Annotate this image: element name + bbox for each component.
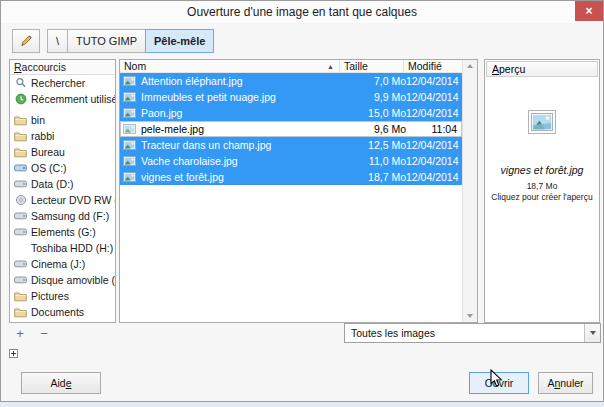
sidebar-item-toshiba-hdd-h[interactable]: Toshiba HDD (H:) [10,240,115,256]
search-icon [14,77,27,90]
column-header-size[interactable]: Taille [340,60,404,72]
file-modified: 12/04/2014 [406,91,462,103]
file-size: 15,0 Mo [360,107,406,119]
sidebar-item-disque-amovible-k[interactable]: Disque amovible (K:) [10,272,115,288]
file-name: Paon.jpg [141,107,360,119]
preview-hint: Cliquez pour créer l'aperçu [485,192,599,202]
close-button[interactable]: × [575,1,603,21]
image-file-icon [123,156,136,166]
help-button[interactable]: Aide [21,372,101,394]
file-name: pele-mele.jpg [141,123,360,135]
file-name: Tracteur dans un champ.jpg [141,139,360,151]
scroll-down-icon[interactable] [467,314,473,318]
file-row[interactable]: Tracteur dans un champ.jpg12,5 Mo12/04/2… [120,137,462,153]
pencil-icon [19,33,34,50]
file-row[interactable]: Immeubles et petit nuage.jpg9,9 Mo12/04/… [120,89,462,105]
dvd-icon [14,194,27,207]
image-thumbnail-icon [528,110,556,134]
remove-place-button[interactable]: − [37,326,51,340]
file-size: 11,0 Mo [360,155,406,167]
titlebar[interactable]: Ouverture d'une image en tant que calque… [1,1,603,23]
image-file-icon [123,108,136,118]
sidebar-item-pictures[interactable]: Pictures [10,288,115,304]
file-type-filter-select[interactable]: Toutes les images [344,323,601,343]
select-file-type-expander[interactable] [9,349,24,358]
folder-icon [14,146,27,159]
file-modified: 12/04/2014 [406,107,462,119]
file-modified: 12/04/2014 [406,75,462,87]
drive-icon [14,258,27,271]
chevron-down-icon [590,331,596,335]
scroll-up-icon[interactable] [467,64,473,68]
column-header-modified[interactable]: Modifié [404,60,462,72]
file-name: Immeubles et petit nuage.jpg [141,91,360,103]
folder-icon [14,290,27,303]
sidebar-item-label: Data (D:) [31,178,74,190]
file-row[interactable]: Attention éléphant.jpg7,0 Mo12/04/2014 [120,73,462,89]
drive-icon [14,226,27,239]
image-file-icon [123,140,136,150]
path-segment-tuto-gimp[interactable]: TUTO GIMP [67,29,146,53]
vertical-scrollbar[interactable] [462,60,477,322]
sidebar-item-os-c[interactable]: OS (C:) [10,160,115,176]
folder-icon [14,114,27,127]
sidebar-item-samsung-dd-f[interactable]: Samsung dd (F:) [10,208,115,224]
sidebar-item-cinema-j[interactable]: Cinema (J:) [10,256,115,272]
preview-header[interactable]: Aperçu [486,61,598,77]
sidebar-item-data-d[interactable]: Data (D:) [10,176,115,192]
sidebar-item-label: Elements (G:) [31,226,96,238]
cancel-button[interactable]: Annuler [538,372,593,394]
add-place-button[interactable]: + [13,326,27,340]
folder-icon [14,306,27,319]
file-size: 12,5 Mo [360,139,406,151]
preview-panel: Aperçu vignes et forêt.jpg 18,7 Mo Cliqu… [484,59,600,323]
file-row[interactable]: Vache charolaise.jpg11,0 Mo12/04/2014 [120,153,462,169]
file-modified: 12/04/2014 [406,171,462,183]
drive-icon [14,210,27,223]
file-list-panel: Nom ▲ Taille Modifié Attention éléphant.… [119,59,478,323]
sidebar-item-label: Disque amovible (K:) [31,274,115,286]
column-header-name[interactable]: Nom ▲ [120,60,340,72]
places-header[interactable]: Raccourcis [10,60,115,75]
sidebar-item-label: Rechercher [31,77,85,89]
sidebar-item-label: bin [31,114,45,126]
file-row[interactable]: vignes et forêt.jpg18,7 Mo12/04/2014 [120,169,462,185]
sidebar-item-label: Pictures [31,290,69,302]
sidebar-item-label: rabbi [31,130,54,142]
drive-icon [14,178,27,191]
sidebar-item-lecteur-dvd-rw-e[interactable]: Lecteur DVD RW (E:) [10,192,115,208]
blank-icon [14,242,27,255]
file-row[interactable]: Paon.jpg15,0 Mo12/04/2014 [120,105,462,121]
sort-ascending-icon: ▲ [327,63,334,70]
preview-filesize: 18,7 Mo [485,181,599,191]
sidebar-item-rabbi[interactable]: rabbi [10,128,115,144]
sidebar-item-bin[interactable]: bin [10,112,115,128]
filter-selected-value: Toutes les images [345,324,584,342]
sidebar-item-recemment-utilises[interactable]: Récemment utilisés [10,91,115,107]
preview-area[interactable]: vignes et forêt.jpg 18,7 Mo Cliquez pour… [485,78,599,202]
image-file-icon [123,76,136,86]
sidebar-item-rechercher[interactable]: Rechercher [10,75,115,91]
sidebar-item-bureau[interactable]: Bureau [10,144,115,160]
folder-icon [14,130,27,143]
file-size: 9,6 Mo [360,123,406,135]
places-panel: Raccourcis RechercherRécemment utilisésb… [9,59,116,323]
sidebar-item-documents[interactable]: Documents [10,304,115,320]
type-location-button[interactable] [12,29,40,53]
file-row[interactable]: pele-mele.jpg9,6 Mo11:04 [120,121,462,137]
path-segment-root[interactable]: \ [47,29,68,53]
file-table: Nom ▲ Taille Modifié Attention éléphant.… [120,60,462,322]
image-file-icon [123,172,136,182]
filter-dropdown-button[interactable] [584,324,600,342]
places-list: RechercherRécemment utilisésbinrabbiBure… [10,75,115,320]
dialog-title: Ouverture d'une image en tant que calque… [1,1,603,24]
file-name: Vache charolaise.jpg [141,155,360,167]
sidebar-item-label: Récemment utilisés [31,93,115,105]
file-modified: 12/04/2014 [406,139,462,151]
path-segment-pele-mele[interactable]: Pêle-mêle [145,29,214,53]
file-rows: Attention éléphant.jpg7,0 Mo12/04/2014Im… [120,73,462,322]
sidebar-item-label: Cinema (J:) [31,258,85,270]
open-button[interactable]: Ouvrir [469,372,529,394]
sidebar-item-label: Toshiba HDD (H:) [31,242,113,254]
sidebar-item-elements-g[interactable]: Elements (G:) [10,224,115,240]
